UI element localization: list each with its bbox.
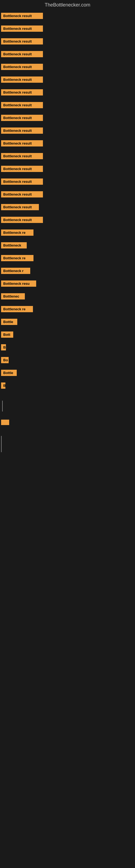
bottleneck-bar-10: Bottleneck result [1, 140, 43, 147]
cursor-area [0, 393, 135, 417]
bottleneck-bar-7: Bottleneck result [1, 102, 43, 108]
site-title: TheBottlenecker.com [0, 0, 135, 10]
bottleneck-bar-2: Bottleneck result [1, 38, 43, 44]
bottleneck-bar-19: Bottleneck re [1, 255, 34, 261]
bar-row: Bottleneck result [0, 112, 135, 125]
bottleneck-bar-6: Bottleneck result [1, 89, 43, 95]
bottleneck-bar-29: B [1, 382, 5, 389]
bottleneck-bar-26: B [1, 344, 6, 350]
bottleneck-bar-25: Bott [1, 332, 13, 338]
bar-row: Bottleneck r [0, 265, 135, 278]
bar-row: B [0, 341, 135, 354]
bar-row: Bottleneck result [0, 176, 135, 188]
bottom-section [0, 420, 135, 474]
bottleneck-bar-27: Bo [1, 357, 9, 363]
bar-row: Bottleneck result [0, 23, 135, 35]
bottleneck-bar-11: Bottleneck result [1, 153, 43, 159]
bar-row: Bottleneck re [0, 252, 135, 265]
bottleneck-bar-9: Bottleneck result [1, 127, 43, 134]
cursor-line [2, 401, 3, 411]
bars-container: Bottleneck resultBottleneck resultBottle… [0, 10, 135, 393]
bottleneck-bar-16: Bottleneck result [1, 217, 43, 223]
bottleneck-bar-17: Bottleneck re [1, 229, 34, 236]
bottleneck-bar-21: Bottleneck resu [1, 280, 36, 287]
bottleneck-bar-18: Bottleneck [1, 242, 27, 248]
bar-row: Bottleneck re [0, 303, 135, 316]
bottleneck-bar-23: Bottleneck re [1, 306, 33, 312]
bar-row: Bottleneck result [0, 214, 135, 227]
bar-row: Bottleneck result [0, 201, 135, 214]
bar-row: Bottleneck result [0, 137, 135, 150]
bar-row: Bottleneck result [0, 48, 135, 61]
bar-row: Bottle [0, 367, 135, 380]
bar-row: Bottleneck result [0, 163, 135, 176]
bar-row: Bottleneck result [0, 87, 135, 99]
bottleneck-bar-20: Bottleneck r [1, 268, 30, 274]
bottom-cursor-line [1, 436, 2, 452]
bar-row: Bo [0, 354, 135, 367]
bar-row: Bottle [0, 316, 135, 329]
bottleneck-bar-22: Bottlenec [1, 293, 25, 300]
bottleneck-bar-24: Bottle [1, 319, 17, 325]
bottleneck-bar-4: Bottleneck result [1, 64, 43, 70]
bottleneck-bar-5: Bottleneck result [1, 76, 43, 83]
bottleneck-bar-12: Bottleneck result [1, 166, 43, 172]
bottleneck-bar-1: Bottleneck result [1, 26, 43, 32]
bar-row: Bottleneck result [0, 150, 135, 163]
bar-row: Bott [0, 329, 135, 341]
bar-row: Bottleneck re [0, 227, 135, 240]
bar-row: B [0, 380, 135, 393]
bottleneck-bar-0: Bottleneck result [1, 13, 43, 19]
bottleneck-bar-3: Bottleneck result [1, 51, 43, 57]
bottleneck-bar-15: Bottleneck result [1, 204, 39, 210]
bottleneck-bar-13: Bottleneck result [1, 179, 43, 185]
bottom-bar-small [1, 420, 9, 425]
bar-row: Bottleneck result [0, 188, 135, 201]
bar-row: Bottleneck resu [0, 278, 135, 290]
bar-row: Bottleneck result [0, 125, 135, 137]
bar-row: Bottleneck result [0, 35, 135, 48]
bar-row: Bottleneck result [0, 74, 135, 87]
bar-row: Bottlenec [0, 290, 135, 303]
bottleneck-bar-28: Bottle [1, 370, 17, 376]
bottleneck-bar-14: Bottleneck result [1, 191, 43, 197]
bar-row: Bottleneck result [0, 10, 135, 23]
bar-row: Bottleneck [0, 240, 135, 252]
bar-row: Bottleneck result [0, 61, 135, 74]
bar-row: Bottleneck result [0, 99, 135, 112]
bottleneck-bar-8: Bottleneck result [1, 115, 43, 121]
